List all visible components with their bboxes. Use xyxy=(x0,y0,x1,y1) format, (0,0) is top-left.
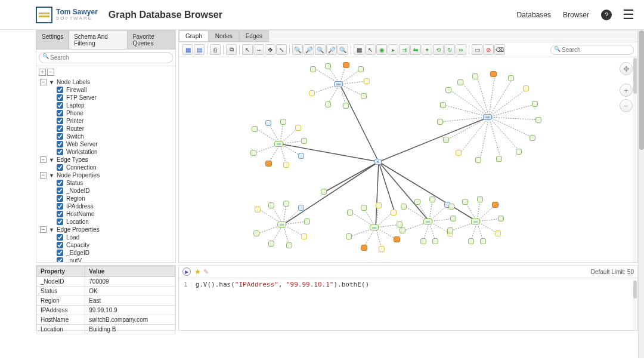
group-edge-properties[interactable]: − ▼ Edge Properties xyxy=(40,226,173,233)
graph-node-hub[interactable]: rt xyxy=(374,159,382,165)
query-scrollbar[interactable] xyxy=(633,280,637,330)
link-databases[interactable]: Databases xyxy=(517,11,551,19)
tab-edges[interactable]: Edges xyxy=(239,30,269,42)
graph-vertical-scrollbar[interactable] xyxy=(633,57,637,262)
group-edge-types[interactable]: − ▼ Edge Types xyxy=(40,156,173,164)
checkbox-printer[interactable] xyxy=(57,118,63,124)
graph-node[interactable] xyxy=(414,199,420,205)
nav-n-icon[interactable]: ✥ xyxy=(265,44,275,55)
graph-node[interactable] xyxy=(391,210,397,216)
graph-node[interactable]: sw xyxy=(471,219,480,224)
graph-node[interactable] xyxy=(535,117,541,123)
graph-node[interactable] xyxy=(516,149,522,155)
graph-node[interactable]: sw xyxy=(334,81,343,87)
graph-node[interactable] xyxy=(498,216,504,222)
graph-canvas[interactable]: sw sw xyxy=(179,57,637,262)
graph-node[interactable] xyxy=(361,205,367,211)
list-item[interactable]: Firewall xyxy=(40,86,173,94)
save-image-icon[interactable]: ▭ xyxy=(472,44,482,55)
graph-node[interactable] xyxy=(295,125,301,131)
list-item[interactable]: Printer xyxy=(40,117,173,125)
collapse-icon[interactable]: − xyxy=(40,226,47,233)
checkbox-nodeid[interactable] xyxy=(57,187,63,194)
nav-w-icon[interactable]: ⤡ xyxy=(276,44,287,55)
graph-node[interactable] xyxy=(310,66,316,72)
graph-node[interactable] xyxy=(450,216,456,222)
list-item[interactable]: Load xyxy=(40,233,173,241)
graph-node[interactable] xyxy=(250,150,256,156)
checkbox-location[interactable] xyxy=(57,219,63,225)
checkbox-ftp-server[interactable] xyxy=(57,94,63,101)
graph-node[interactable] xyxy=(462,199,468,205)
tree-expand-controls[interactable]: +− xyxy=(39,69,173,76)
graph-node[interactable] xyxy=(265,120,271,126)
graph-node[interactable]: sw xyxy=(274,141,283,147)
graph-node[interactable] xyxy=(361,93,367,99)
graph-node[interactable] xyxy=(530,135,535,141)
group-node-properties[interactable]: − ▼ Node Properties xyxy=(40,171,173,179)
graph-node[interactable] xyxy=(301,138,307,144)
checkbox-region[interactable] xyxy=(57,195,63,202)
sym-layout-icon[interactable]: ⇆ xyxy=(410,44,421,55)
global-layout-icon[interactable]: ⟲ xyxy=(433,44,444,55)
graph-node[interactable] xyxy=(283,162,289,168)
graph-node[interactable] xyxy=(321,189,327,195)
list-item[interactable]: IPAddress xyxy=(40,202,173,210)
list-item[interactable]: Region xyxy=(40,195,173,202)
graph-node[interactable] xyxy=(432,238,438,244)
graph-node[interactable] xyxy=(394,236,400,242)
graph-node[interactable] xyxy=(429,196,435,202)
checkbox-router[interactable] xyxy=(57,125,63,132)
zoom-sel-icon[interactable]: 🔎 xyxy=(326,44,337,55)
list-item[interactable]: Router xyxy=(40,125,173,133)
graph-node[interactable] xyxy=(508,75,514,81)
checkbox-web-server[interactable] xyxy=(57,141,63,147)
th-property[interactable]: Property xyxy=(37,266,85,277)
circular-layout-icon[interactable]: ◉ xyxy=(376,44,387,55)
graph-node[interactable] xyxy=(325,63,331,69)
graph-node[interactable] xyxy=(255,207,261,213)
graph-node[interactable] xyxy=(400,227,405,233)
graph-node[interactable] xyxy=(347,210,353,216)
checkbox-firewall[interactable] xyxy=(57,87,63,93)
favorite-icon[interactable]: ★ xyxy=(194,267,201,276)
graph-node[interactable] xyxy=(397,222,402,227)
checkbox-switch[interactable] xyxy=(57,133,63,140)
graph-node[interactable] xyxy=(490,71,497,77)
checkbox-workstation[interactable] xyxy=(57,149,63,155)
page-scrollbar[interactable] xyxy=(638,30,644,358)
expand-selection-icon[interactable]: ▦ xyxy=(182,44,193,55)
graph-node[interactable] xyxy=(475,157,481,163)
list-item[interactable]: _outV xyxy=(40,257,173,262)
graph-node[interactable] xyxy=(379,246,385,252)
clear-icon[interactable]: ⌫ xyxy=(494,44,505,55)
tab-graph[interactable]: Graph xyxy=(179,30,209,42)
graph-node[interactable] xyxy=(420,238,426,244)
graph-node[interactable] xyxy=(361,245,367,251)
graph-node[interactable] xyxy=(268,241,274,247)
graph-node[interactable]: sw xyxy=(483,114,492,120)
graph-node[interactable] xyxy=(401,204,407,210)
graph-node[interactable] xyxy=(286,242,292,248)
graph-node[interactable] xyxy=(496,156,502,162)
checkbox-edgeid[interactable] xyxy=(57,250,63,256)
graph-node[interactable] xyxy=(343,103,349,109)
graph-node[interactable] xyxy=(298,153,304,159)
graph-search-input[interactable] xyxy=(550,45,634,55)
zoom-in-icon[interactable]: 🔍 xyxy=(292,44,303,55)
graph-node[interactable] xyxy=(309,90,315,96)
refresh-icon[interactable]: ↻ xyxy=(444,44,455,55)
graph-node[interactable] xyxy=(448,204,454,210)
graph-node[interactable] xyxy=(265,161,272,167)
schema-search-input[interactable] xyxy=(39,52,173,63)
graph-node[interactable]: sw xyxy=(277,222,286,227)
graph-node[interactable] xyxy=(283,201,289,207)
graph-node[interactable] xyxy=(325,101,331,107)
graph-node[interactable] xyxy=(440,102,446,108)
graph-node[interactable] xyxy=(358,66,364,72)
checkbox-laptop[interactable] xyxy=(57,102,63,109)
graph-node[interactable] xyxy=(364,78,370,84)
collapse-icon[interactable]: − xyxy=(40,79,47,85)
checkbox-capacity[interactable] xyxy=(57,242,63,248)
tab-schema-filtering[interactable]: Schema And Filtering xyxy=(69,30,127,50)
